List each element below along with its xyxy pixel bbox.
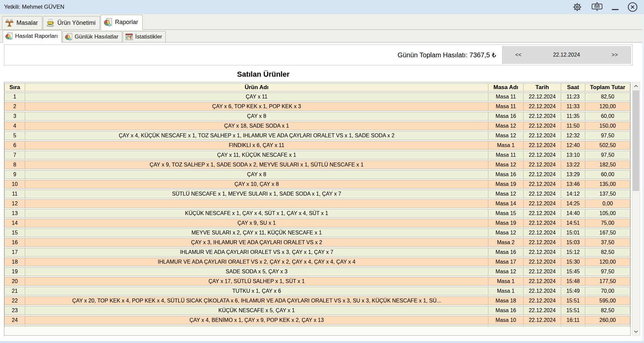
cell-tarih[interactable]: 22.12.2024 [524,131,561,140]
cell-toplam-tutar[interactable]: 82,50 [585,248,630,257]
cell-tarih[interactable]: 22.12.2024 [524,248,561,257]
table-row[interactable]: 7ÇAY x 11, KÜÇÜK NESCAFE x 1Masa 1122.12… [4,151,630,159]
selected-date[interactable]: 22.12.2024 [553,52,580,58]
cell-tarih[interactable]: 22.12.2024 [524,102,561,111]
cell-sira[interactable]: 19 [4,267,25,276]
cell-tarih[interactable]: 22.12.2024 [524,199,561,208]
cell-urun-adi[interactable]: IHLAMUR VE ADA ÇAYLARI ORALET VS x 3, ÇA… [25,248,488,257]
cell-saat[interactable]: 15:45 [561,267,585,276]
table-row[interactable]: 9ÇAY x 8Masa 1622.12.202413:2960,00 [4,170,630,179]
cell-saat[interactable]: 16:11 [561,316,585,325]
cell-masa-adi[interactable]: Masa 14 [488,199,524,208]
cell-tarih[interactable]: 22.12.2024 [524,306,561,315]
scroll-up-icon[interactable] [632,82,640,90]
cell-masa-adi[interactable]: Masa 11 [488,102,524,111]
cell-urun-adi[interactable]: ÇAY x 18, SADE SODA x 1 [25,122,488,130]
column-header-saat[interactable]: Saat [561,83,585,91]
cell-urun-adi[interactable]: ÇAY x 8 [25,170,488,179]
cell-saat[interactable]: 14:51 [561,219,585,227]
table-row[interactable]: 17IHLAMUR VE ADA ÇAYLARI ORALET VS x 3, … [4,248,630,257]
next-day-button[interactable]: >> [609,51,621,59]
cell-urun-adi[interactable]: ÇAY x 11 [25,92,488,101]
cell-toplam-tutar[interactable]: 135,00 [585,180,630,189]
table-row[interactable]: 14ÇAY x 9, SU x 1Masa 1922.12.202414:517… [4,219,630,227]
tab-urun-yonetimi[interactable]: Ürün Yönetimi [43,16,100,29]
table-row[interactable]: 5ÇAY x 4, KÜÇÜK NESCAFE x 1, TOZ SALHEP … [4,131,630,140]
table-row[interactable]: 24ÇAY x 4, BENİMO x 1, ÇAY x 9, POP KEK … [4,316,630,325]
cell-saat[interactable]: 11:23 [561,92,585,101]
cell-urun-adi[interactable]: ÇAY x 17, SÜTLÜ SALHEP x 1, SÜT x 1 [25,277,488,286]
table-row[interactable]: 12Masa 1422.12.202414:250,00 [4,199,630,208]
table-row[interactable]: 2ÇAY x 6, TOP KEK x 1, POP KEK x 3Masa 1… [4,102,630,111]
cell-masa-adi[interactable]: Masa 12 [488,160,524,169]
cell-masa-adi[interactable]: Masa 17 [488,258,524,266]
column-header-masa-adi[interactable]: Masa Adı [488,83,524,91]
table-row[interactable]: 8ÇAY x 9, TOZ SALHEP x 1, SADE SODA x 2,… [4,160,630,169]
cell-sira[interactable]: 24 [4,316,25,325]
cell-masa-adi[interactable]: Masa 2 [488,238,524,247]
cell-saat[interactable]: 14:12 [561,190,585,198]
update-alert-icon[interactable] [591,2,603,12]
close-icon[interactable] [627,2,638,12]
cell-toplam-tutar[interactable]: 120,00 [585,102,630,111]
cell-sira[interactable]: 6 [4,141,25,150]
subtab-hasilat-raporlari[interactable]: Hasılat Raporları [3,30,62,43]
cell-toplam-tutar[interactable]: 260,00 [585,316,630,325]
column-header-tarih[interactable]: Tarih [524,83,561,91]
cell-urun-adi[interactable]: ÇAY x 9, SU x 1 [25,219,488,227]
cell-masa-adi[interactable]: Masa 11 [488,92,524,101]
column-header-toplam-tutar[interactable]: Toplam Tutar [585,83,630,91]
cell-tarih[interactable]: 22.12.2024 [524,92,561,101]
cell-urun-adi[interactable]: ÇAY x 9, TOZ SALHEP x 1, SADE SODA x 2, … [25,160,488,169]
cell-urun-adi[interactable]: SÜTLÜ NESCAFE x 1, MEYVE SULARI x 1, SAD… [25,190,488,198]
cell-masa-adi[interactable]: Masa 11 [488,151,524,159]
cell-tarih[interactable]: 22.12.2024 [524,287,561,295]
cell-toplam-tutar[interactable]: 75,00 [585,219,630,227]
cell-masa-adi[interactable]: Masa 1 [488,277,524,286]
cell-tarih[interactable]: 22.12.2024 [524,277,561,286]
table-row[interactable]: 16ÇAY x 3, IHLAMUR VE ADA ÇAYLARI ORALET… [4,238,630,247]
table-row[interactable]: 3ÇAY x 8Masa 1622.12.202411:3560,00 [4,112,630,121]
cell-masa-adi[interactable]: Masa 19 [488,180,524,189]
cell-urun-adi[interactable]: ÇAY x 4, KÜÇÜK NESCAFE x 1, TOZ SALHEP x… [25,131,488,140]
cell-urun-adi[interactable]: FINDIKLI x 6, ÇAY x 11 [25,141,488,150]
cell-urun-adi[interactable]: KÜÇÜK NESCAFE x 5, ÇAY x 1 [25,306,488,315]
cell-masa-adi[interactable]: Masa 12 [488,131,524,140]
vertical-scrollbar[interactable] [632,82,640,336]
cell-saat[interactable]: 15:03 [561,238,585,247]
cell-sira[interactable]: 9 [4,170,25,179]
cell-tarih[interactable]: 22.12.2024 [524,258,561,266]
cell-tarih[interactable]: 22.12.2024 [524,238,561,247]
cell-sira[interactable]: 13 [4,209,25,218]
cell-masa-adi[interactable]: Masa 1 [488,287,524,295]
cell-toplam-tutar[interactable]: 0,00 [585,199,630,208]
cell-urun-adi[interactable]: ÇAY x 10, ÇAY x 8 [25,180,488,189]
cell-saat[interactable]: 15:12 [561,248,585,257]
subtab-istatistikler[interactable]: İstatistikler [123,31,166,42]
cell-masa-adi[interactable]: Masa 16 [488,306,524,315]
cell-masa-adi[interactable]: Masa 19 [488,219,524,227]
cell-toplam-tutar[interactable]: 82,50 [585,306,630,315]
table-row[interactable]: 13KÜÇÜK NESCAFE x 1, ÇAY x 4, SÜT x 1, Ç… [4,209,630,218]
cell-toplam-tutar[interactable]: 137,50 [585,190,630,198]
cell-saat[interactable]: 15:30 [561,258,585,266]
cell-toplam-tutar[interactable]: 97,50 [585,151,630,159]
cell-sira[interactable]: 12 [4,199,25,208]
cell-saat[interactable]: 14:40 [561,209,585,218]
cell-saat[interactable]: 15:01 [561,228,585,237]
cell-masa-adi[interactable]: Masa 10 [488,316,524,325]
cell-urun-adi[interactable]: ÇAY x 8 [25,112,488,121]
cell-tarih[interactable]: 22.12.2024 [524,190,561,198]
cell-masa-adi[interactable]: Masa 12 [488,122,524,130]
table-row[interactable]: 23KÜÇÜK NESCAFE x 5, ÇAY x 1Masa 1622.12… [4,306,630,315]
cell-sira[interactable]: 11 [4,190,25,198]
cell-toplam-tutar[interactable]: 97,50 [585,267,630,276]
table-row[interactable]: 19SADE SODA x 5, ÇAY x 3Masa 1222.12.202… [4,267,630,276]
table-row[interactable]: 6FINDIKLI x 6, ÇAY x 11Masa 122.12.20241… [4,141,630,150]
table-row[interactable]: 11SÜTLÜ NESCAFE x 1, MEYVE SULARI x 1, S… [4,190,630,198]
cell-saat[interactable]: 14:25 [561,199,585,208]
previous-day-button[interactable]: << [513,51,524,59]
tab-raporlar[interactable]: Raporlar [101,15,143,30]
cell-tarih[interactable]: 22.12.2024 [524,122,561,130]
cell-urun-adi[interactable]: ÇAY x 20, TOP KEK x 4, POP KEK x 4, SÜTL… [25,296,488,305]
